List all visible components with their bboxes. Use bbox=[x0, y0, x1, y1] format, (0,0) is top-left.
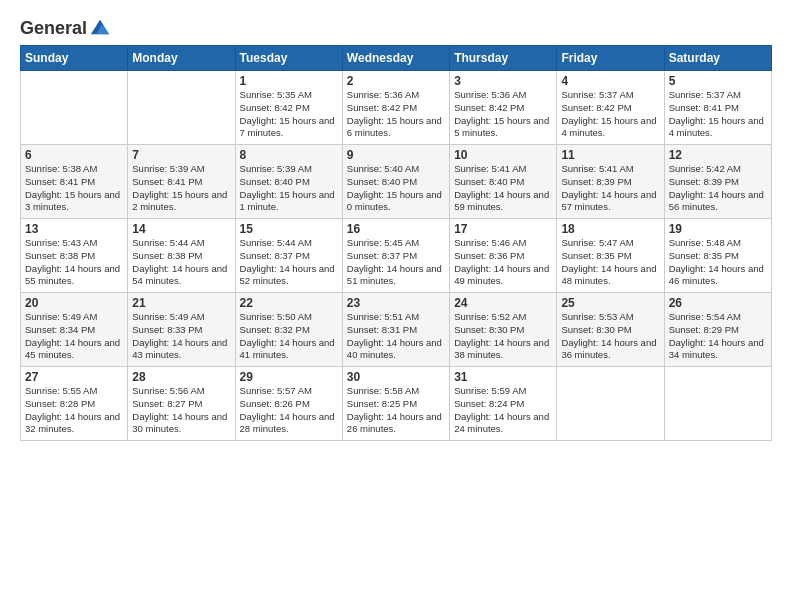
day-info: Sunrise: 5:55 AM Sunset: 8:28 PM Dayligh… bbox=[25, 385, 123, 436]
day-number: 15 bbox=[240, 222, 338, 236]
day-number: 4 bbox=[561, 74, 659, 88]
calendar-cell: 9Sunrise: 5:40 AM Sunset: 8:40 PM Daylig… bbox=[342, 145, 449, 219]
day-info: Sunrise: 5:51 AM Sunset: 8:31 PM Dayligh… bbox=[347, 311, 445, 362]
day-info: Sunrise: 5:49 AM Sunset: 8:33 PM Dayligh… bbox=[132, 311, 230, 362]
day-info: Sunrise: 5:48 AM Sunset: 8:35 PM Dayligh… bbox=[669, 237, 767, 288]
week-row-2: 13Sunrise: 5:43 AM Sunset: 8:38 PM Dayli… bbox=[21, 219, 772, 293]
page: General SundayMondayTuesdayWednesdayThur… bbox=[0, 0, 792, 612]
day-number: 17 bbox=[454, 222, 552, 236]
day-info: Sunrise: 5:41 AM Sunset: 8:39 PM Dayligh… bbox=[561, 163, 659, 214]
day-info: Sunrise: 5:39 AM Sunset: 8:40 PM Dayligh… bbox=[240, 163, 338, 214]
day-number: 14 bbox=[132, 222, 230, 236]
day-info: Sunrise: 5:50 AM Sunset: 8:32 PM Dayligh… bbox=[240, 311, 338, 362]
day-info: Sunrise: 5:44 AM Sunset: 8:38 PM Dayligh… bbox=[132, 237, 230, 288]
day-info: Sunrise: 5:52 AM Sunset: 8:30 PM Dayligh… bbox=[454, 311, 552, 362]
calendar-cell: 22Sunrise: 5:50 AM Sunset: 8:32 PM Dayli… bbox=[235, 293, 342, 367]
calendar-cell bbox=[21, 71, 128, 145]
day-info: Sunrise: 5:53 AM Sunset: 8:30 PM Dayligh… bbox=[561, 311, 659, 362]
weekday-header-row: SundayMondayTuesdayWednesdayThursdayFrid… bbox=[21, 46, 772, 71]
calendar-cell: 25Sunrise: 5:53 AM Sunset: 8:30 PM Dayli… bbox=[557, 293, 664, 367]
day-number: 27 bbox=[25, 370, 123, 384]
week-row-3: 20Sunrise: 5:49 AM Sunset: 8:34 PM Dayli… bbox=[21, 293, 772, 367]
day-number: 2 bbox=[347, 74, 445, 88]
calendar-cell: 26Sunrise: 5:54 AM Sunset: 8:29 PM Dayli… bbox=[664, 293, 771, 367]
day-info: Sunrise: 5:45 AM Sunset: 8:37 PM Dayligh… bbox=[347, 237, 445, 288]
day-info: Sunrise: 5:37 AM Sunset: 8:42 PM Dayligh… bbox=[561, 89, 659, 140]
day-number: 28 bbox=[132, 370, 230, 384]
day-number: 23 bbox=[347, 296, 445, 310]
header: General bbox=[20, 18, 772, 35]
weekday-header-wednesday: Wednesday bbox=[342, 46, 449, 71]
calendar-cell: 21Sunrise: 5:49 AM Sunset: 8:33 PM Dayli… bbox=[128, 293, 235, 367]
day-number: 20 bbox=[25, 296, 123, 310]
calendar-cell: 23Sunrise: 5:51 AM Sunset: 8:31 PM Dayli… bbox=[342, 293, 449, 367]
day-info: Sunrise: 5:36 AM Sunset: 8:42 PM Dayligh… bbox=[454, 89, 552, 140]
calendar-cell: 6Sunrise: 5:38 AM Sunset: 8:41 PM Daylig… bbox=[21, 145, 128, 219]
day-info: Sunrise: 5:43 AM Sunset: 8:38 PM Dayligh… bbox=[25, 237, 123, 288]
calendar-cell: 1Sunrise: 5:35 AM Sunset: 8:42 PM Daylig… bbox=[235, 71, 342, 145]
day-info: Sunrise: 5:54 AM Sunset: 8:29 PM Dayligh… bbox=[669, 311, 767, 362]
day-number: 18 bbox=[561, 222, 659, 236]
weekday-header-friday: Friday bbox=[557, 46, 664, 71]
day-info: Sunrise: 5:35 AM Sunset: 8:42 PM Dayligh… bbox=[240, 89, 338, 140]
day-number: 7 bbox=[132, 148, 230, 162]
day-number: 21 bbox=[132, 296, 230, 310]
week-row-0: 1Sunrise: 5:35 AM Sunset: 8:42 PM Daylig… bbox=[21, 71, 772, 145]
day-number: 12 bbox=[669, 148, 767, 162]
day-number: 5 bbox=[669, 74, 767, 88]
week-row-4: 27Sunrise: 5:55 AM Sunset: 8:28 PM Dayli… bbox=[21, 367, 772, 441]
day-number: 31 bbox=[454, 370, 552, 384]
day-number: 3 bbox=[454, 74, 552, 88]
day-info: Sunrise: 5:36 AM Sunset: 8:42 PM Dayligh… bbox=[347, 89, 445, 140]
day-number: 1 bbox=[240, 74, 338, 88]
day-number: 6 bbox=[25, 148, 123, 162]
calendar-cell: 27Sunrise: 5:55 AM Sunset: 8:28 PM Dayli… bbox=[21, 367, 128, 441]
day-number: 11 bbox=[561, 148, 659, 162]
week-row-1: 6Sunrise: 5:38 AM Sunset: 8:41 PM Daylig… bbox=[21, 145, 772, 219]
day-number: 26 bbox=[669, 296, 767, 310]
day-info: Sunrise: 5:42 AM Sunset: 8:39 PM Dayligh… bbox=[669, 163, 767, 214]
day-number: 25 bbox=[561, 296, 659, 310]
calendar-cell: 2Sunrise: 5:36 AM Sunset: 8:42 PM Daylig… bbox=[342, 71, 449, 145]
calendar-cell: 3Sunrise: 5:36 AM Sunset: 8:42 PM Daylig… bbox=[450, 71, 557, 145]
day-info: Sunrise: 5:41 AM Sunset: 8:40 PM Dayligh… bbox=[454, 163, 552, 214]
weekday-header-sunday: Sunday bbox=[21, 46, 128, 71]
day-info: Sunrise: 5:37 AM Sunset: 8:41 PM Dayligh… bbox=[669, 89, 767, 140]
day-info: Sunrise: 5:38 AM Sunset: 8:41 PM Dayligh… bbox=[25, 163, 123, 214]
calendar-cell: 24Sunrise: 5:52 AM Sunset: 8:30 PM Dayli… bbox=[450, 293, 557, 367]
day-info: Sunrise: 5:58 AM Sunset: 8:25 PM Dayligh… bbox=[347, 385, 445, 436]
logo-icon bbox=[89, 16, 111, 38]
day-number: 29 bbox=[240, 370, 338, 384]
day-info: Sunrise: 5:59 AM Sunset: 8:24 PM Dayligh… bbox=[454, 385, 552, 436]
calendar-cell bbox=[664, 367, 771, 441]
calendar-cell: 15Sunrise: 5:44 AM Sunset: 8:37 PM Dayli… bbox=[235, 219, 342, 293]
calendar-cell: 11Sunrise: 5:41 AM Sunset: 8:39 PM Dayli… bbox=[557, 145, 664, 219]
weekday-header-monday: Monday bbox=[128, 46, 235, 71]
calendar-cell bbox=[128, 71, 235, 145]
calendar-cell: 10Sunrise: 5:41 AM Sunset: 8:40 PM Dayli… bbox=[450, 145, 557, 219]
day-info: Sunrise: 5:57 AM Sunset: 8:26 PM Dayligh… bbox=[240, 385, 338, 436]
calendar-cell: 7Sunrise: 5:39 AM Sunset: 8:41 PM Daylig… bbox=[128, 145, 235, 219]
day-info: Sunrise: 5:46 AM Sunset: 8:36 PM Dayligh… bbox=[454, 237, 552, 288]
calendar-cell: 29Sunrise: 5:57 AM Sunset: 8:26 PM Dayli… bbox=[235, 367, 342, 441]
day-info: Sunrise: 5:56 AM Sunset: 8:27 PM Dayligh… bbox=[132, 385, 230, 436]
day-info: Sunrise: 5:39 AM Sunset: 8:41 PM Dayligh… bbox=[132, 163, 230, 214]
day-number: 19 bbox=[669, 222, 767, 236]
calendar-table: SundayMondayTuesdayWednesdayThursdayFrid… bbox=[20, 45, 772, 441]
calendar-cell: 30Sunrise: 5:58 AM Sunset: 8:25 PM Dayli… bbox=[342, 367, 449, 441]
calendar-cell: 31Sunrise: 5:59 AM Sunset: 8:24 PM Dayli… bbox=[450, 367, 557, 441]
calendar-cell: 4Sunrise: 5:37 AM Sunset: 8:42 PM Daylig… bbox=[557, 71, 664, 145]
day-info: Sunrise: 5:49 AM Sunset: 8:34 PM Dayligh… bbox=[25, 311, 123, 362]
calendar-cell: 19Sunrise: 5:48 AM Sunset: 8:35 PM Dayli… bbox=[664, 219, 771, 293]
calendar-cell: 13Sunrise: 5:43 AM Sunset: 8:38 PM Dayli… bbox=[21, 219, 128, 293]
day-number: 22 bbox=[240, 296, 338, 310]
day-number: 16 bbox=[347, 222, 445, 236]
day-number: 30 bbox=[347, 370, 445, 384]
calendar-cell: 20Sunrise: 5:49 AM Sunset: 8:34 PM Dayli… bbox=[21, 293, 128, 367]
weekday-header-thursday: Thursday bbox=[450, 46, 557, 71]
weekday-header-tuesday: Tuesday bbox=[235, 46, 342, 71]
calendar-cell: 5Sunrise: 5:37 AM Sunset: 8:41 PM Daylig… bbox=[664, 71, 771, 145]
day-info: Sunrise: 5:47 AM Sunset: 8:35 PM Dayligh… bbox=[561, 237, 659, 288]
day-number: 10 bbox=[454, 148, 552, 162]
calendar-cell: 17Sunrise: 5:46 AM Sunset: 8:36 PM Dayli… bbox=[450, 219, 557, 293]
